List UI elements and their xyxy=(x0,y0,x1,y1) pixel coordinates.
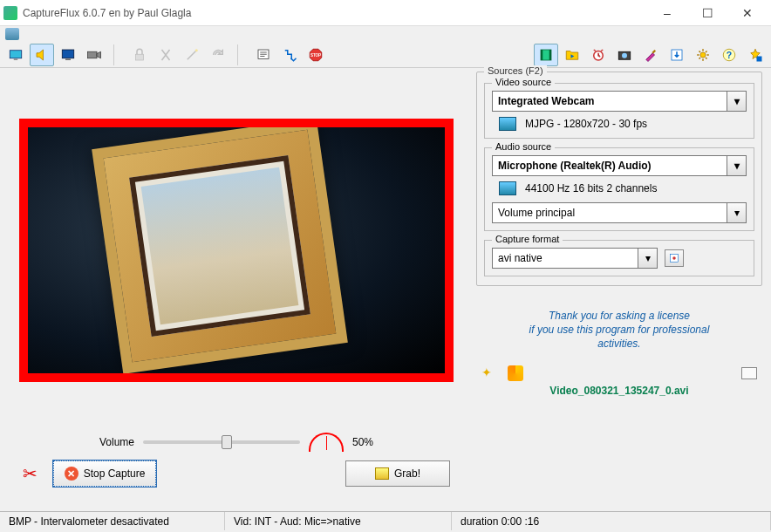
stop-capture-button[interactable]: ✕ Stop Capture xyxy=(53,460,156,487)
folder-play-icon[interactable] xyxy=(560,44,584,66)
svg-rect-10 xyxy=(541,50,542,60)
video-source-value: Integrated Webcam xyxy=(498,95,594,107)
left-pane: Volume 50% ✂ ✕ Stop Capture Grab! xyxy=(0,68,473,511)
note-icon[interactable] xyxy=(251,44,276,66)
main-area: Volume 50% ✂ ✕ Stop Capture Grab! Source… xyxy=(0,68,771,511)
svg-point-21 xyxy=(672,256,676,260)
capture-format-group: Capture format avi native ▾ xyxy=(484,240,754,276)
window-title: CaptureFlux 6.0.7 en by Paul Glagla xyxy=(23,7,647,19)
license-line2: if you use this program for professional xyxy=(485,323,754,337)
system-menu-icon[interactable] xyxy=(0,26,771,42)
toolbar-separator xyxy=(113,44,120,65)
sources-legend: Sources (F2) xyxy=(484,65,547,76)
display-icon[interactable] xyxy=(56,44,80,66)
grab-button[interactable]: Grab! xyxy=(345,460,450,487)
svg-rect-11 xyxy=(549,50,551,60)
button-row: ✂ ✕ Stop Capture Grab! xyxy=(5,452,467,492)
svg-rect-19 xyxy=(757,56,762,61)
sources-group: Sources (F2) Video source Integrated Web… xyxy=(476,72,762,286)
chevron-down-icon: ▾ xyxy=(638,249,657,268)
video-source-select[interactable]: Integrated Webcam ▾ xyxy=(492,91,747,112)
toolbar: STOP ? xyxy=(0,42,771,68)
video-settings-icon[interactable] xyxy=(499,117,516,131)
scissors-icon[interactable]: ✂ xyxy=(23,463,38,484)
help-icon[interactable]: ? xyxy=(717,44,741,66)
svg-point-14 xyxy=(622,52,627,58)
cut-icon[interactable] xyxy=(154,44,178,66)
license-line1: Thank you for asking a license xyxy=(485,309,754,323)
audio-source-value: Microphone (Realtek(R) Audio) xyxy=(498,160,652,172)
grab-icon xyxy=(375,467,389,480)
chevron-down-icon: ▾ xyxy=(727,92,746,111)
lock-icon[interactable] xyxy=(127,44,152,66)
wand-icon[interactable] xyxy=(180,44,204,66)
output-config-icon[interactable] xyxy=(741,367,757,379)
license-line3: activities. xyxy=(485,337,754,351)
gear-icon[interactable] xyxy=(691,44,715,66)
sparkle-icon[interactable] xyxy=(481,365,497,381)
audio-source-group: Audio source Microphone (Realtek(R) Audi… xyxy=(484,147,754,231)
svg-rect-1 xyxy=(14,58,18,60)
volume-percent: 50% xyxy=(352,436,373,448)
volume-label: Volume xyxy=(99,436,134,448)
runner-icon[interactable] xyxy=(508,365,523,381)
volume-row: Volume 50% xyxy=(5,433,467,452)
license-message: Thank you for asking a license if you us… xyxy=(476,304,762,357)
stop-x-icon: ✕ xyxy=(65,467,78,481)
filmstrip-icon[interactable] xyxy=(534,44,558,66)
video-source-group: Video source Integrated Webcam ▾ MJPG - … xyxy=(484,83,754,139)
stop-capture-label: Stop Capture xyxy=(84,467,146,480)
status-cell-2: Vid: INT - Aud: Mic=>native xyxy=(225,512,452,530)
export-icon[interactable] xyxy=(665,44,689,66)
volume-gauge-icon xyxy=(309,433,344,452)
volume-slider[interactable] xyxy=(143,440,300,444)
status-cell-1: BMP - Intervalometer desactivated xyxy=(0,512,225,530)
capture-format-select[interactable]: avi native ▾ xyxy=(492,248,658,269)
alarm-icon[interactable] xyxy=(586,44,611,66)
stop-sign-icon[interactable]: STOP xyxy=(304,44,328,66)
status-bar: BMP - Intervalometer desactivated Vid: I… xyxy=(0,511,771,530)
volume-mixer-value: Volume principal xyxy=(498,207,575,219)
output-filename[interactable]: Video_080321_135247_0.avi xyxy=(549,385,688,397)
capture-format-legend: Capture format xyxy=(492,234,563,244)
snapshot-icon[interactable] xyxy=(612,44,637,66)
refresh-icon[interactable] xyxy=(206,44,230,66)
video-preview[interactable] xyxy=(19,119,454,382)
svg-text:?: ? xyxy=(727,49,732,59)
audio-settings-icon[interactable] xyxy=(499,181,516,195)
svg-rect-0 xyxy=(10,50,22,58)
grab-label: Grab! xyxy=(394,467,420,480)
camera-icon[interactable] xyxy=(82,44,106,66)
capture-format-value: avi native xyxy=(498,252,542,264)
brush-icon[interactable] xyxy=(638,44,663,66)
star-wand-icon[interactable] xyxy=(743,44,768,66)
audio-source-legend: Audio source xyxy=(492,141,555,152)
svg-rect-5 xyxy=(136,54,144,60)
svg-rect-3 xyxy=(65,58,71,60)
titlebar: CaptureFlux 6.0.7 en by Paul Glagla – ☐ … xyxy=(0,0,771,26)
svg-point-6 xyxy=(195,49,198,51)
close-button[interactable]: ✕ xyxy=(727,0,768,26)
minimize-button[interactable]: – xyxy=(647,0,687,26)
audio-source-select[interactable]: Microphone (Realtek(R) Audio) ▾ xyxy=(492,155,747,176)
svg-rect-2 xyxy=(62,50,74,58)
output-row xyxy=(476,365,762,381)
step-icon[interactable] xyxy=(277,44,302,66)
svg-point-16 xyxy=(700,52,706,58)
maximize-button[interactable]: ☐ xyxy=(687,0,727,26)
capture-format-browse-button[interactable] xyxy=(665,249,684,267)
speaker-icon[interactable] xyxy=(30,44,54,66)
video-source-legend: Video source xyxy=(492,77,555,87)
right-pane: Sources (F2) Video source Integrated Web… xyxy=(473,68,771,511)
chevron-down-icon: ▾ xyxy=(727,203,746,222)
svg-rect-4 xyxy=(88,51,98,58)
monitor-icon[interactable] xyxy=(3,44,28,66)
video-info: MJPG - 1280x720 - 30 fps xyxy=(525,118,647,130)
audio-info: 44100 Hz 16 bits 2 channels xyxy=(525,182,657,194)
toolbar-separator xyxy=(237,44,244,65)
app-icon xyxy=(3,6,17,20)
status-cell-3: duration 0:00 :16 xyxy=(452,512,771,530)
volume-mixer-select[interactable]: Volume principal ▾ xyxy=(492,202,747,223)
svg-text:STOP: STOP xyxy=(310,53,321,58)
chevron-down-icon: ▾ xyxy=(727,156,746,175)
